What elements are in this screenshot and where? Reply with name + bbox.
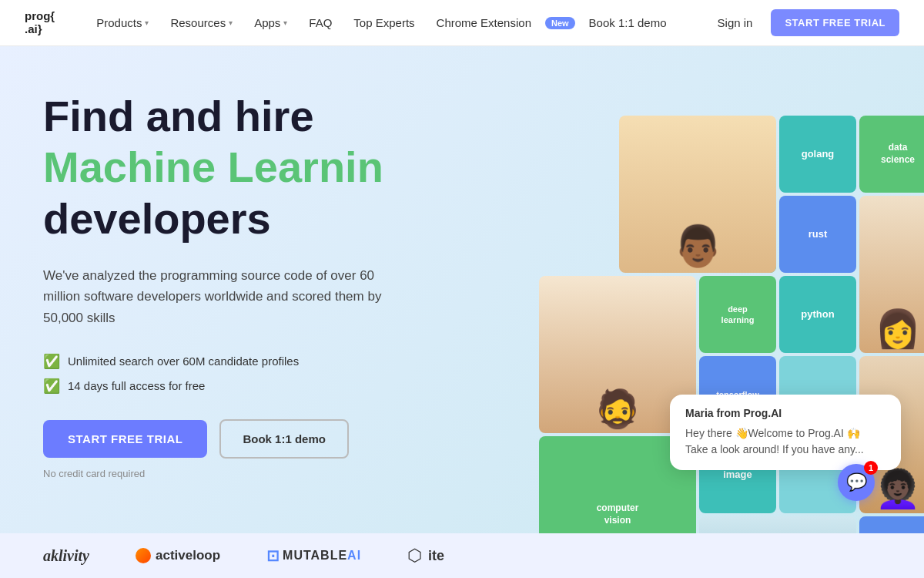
nav-right: Sign in START FREE TRIAL <box>708 9 899 36</box>
main-section: Find and hire Machine Learnin developers… <box>0 46 924 578</box>
check-label-1: Unlimited search over 60M candidate prof… <box>68 355 299 368</box>
nav-top-experts[interactable]: Top Experts <box>346 12 422 34</box>
tile-data-science: datascience <box>859 116 924 193</box>
tile-golang: golang <box>779 116 856 193</box>
nav-links: Products ▾ Resources ▾ Apps ▾ FAQ Top Ex… <box>89 12 674 34</box>
nav-apps[interactable]: Apps ▾ <box>246 12 295 34</box>
start-trial-button[interactable]: START FREE TRIAL <box>43 420 207 458</box>
chat-notification-badge: 1 <box>864 461 878 475</box>
chat-widget: Maria from Prog.AI Hey there 👋Welcome to… <box>670 395 901 470</box>
apps-chevron-icon: ▾ <box>283 18 287 27</box>
new-badge: New <box>545 17 575 29</box>
tile-rust: rust <box>779 196 856 273</box>
check-item-1: ✅ Unlimited search over 60M candidate pr… <box>43 353 400 370</box>
chat-from: Maria from Prog.AI <box>685 407 886 419</box>
chat-toggle-button[interactable]: 💬 1 <box>838 464 875 501</box>
hero-left: Find and hire Machine Learnin developers… <box>0 46 431 578</box>
tile-deep-learning: deeplearning <box>699 276 776 353</box>
book-demo-label: Book 1:1 demo <box>589 16 667 29</box>
logo-text: prog{ .ai} <box>25 10 55 35</box>
no-credit-text: No credit card required <box>43 468 400 479</box>
top-experts-label: Top Experts <box>353 16 414 29</box>
tile-python: python <box>779 276 856 353</box>
chrome-ext-label: Chrome Extension <box>437 16 531 29</box>
hero-checks: ✅ Unlimited search over 60M candidate pr… <box>43 353 400 395</box>
hero-title-line3: developers <box>43 193 400 244</box>
resources-chevron-icon: ▾ <box>229 18 233 27</box>
sign-in-button[interactable]: Sign in <box>708 12 762 34</box>
start-trial-nav-button[interactable]: START FREE TRIAL <box>771 9 899 36</box>
book-demo-button[interactable]: Book 1:1 demo <box>219 419 349 459</box>
check-icon-1: ✅ <box>43 353 60 370</box>
resources-label: Resources <box>170 16 226 29</box>
chat-message: Hey there 👋Welcome to Prog.AI 🙌Take a lo… <box>685 425 886 458</box>
hero-buttons: START FREE TRIAL Book 1:1 demo <box>43 419 400 459</box>
nav-products[interactable]: Products ▾ <box>89 12 156 34</box>
logo[interactable]: prog{ .ai} <box>25 10 55 35</box>
apps-label: Apps <box>254 16 280 29</box>
check-item-2: ✅ 14 days full access for free <box>43 378 400 395</box>
tile-empty-1 <box>539 116 616 193</box>
tile-person-2 <box>859 196 924 353</box>
nav-faq[interactable]: FAQ <box>301 12 340 34</box>
nav-resources[interactable]: Resources ▾ <box>162 12 240 34</box>
nav-chrome-ext[interactable]: Chrome Extension <box>429 12 539 34</box>
products-chevron-icon: ▾ <box>145 18 149 27</box>
nav-book-demo[interactable]: Book 1:1 demo <box>581 12 675 34</box>
hero-title-line1: Find and hire <box>43 92 400 140</box>
navbar: prog{ .ai} Products ▾ Resources ▾ Apps ▾… <box>0 0 924 46</box>
hero-title-line2: Machine Learnin <box>43 143 400 191</box>
check-icon-2: ✅ <box>43 378 60 395</box>
faq-label: FAQ <box>309 16 332 29</box>
check-label-2: 14 days full access for free <box>68 379 205 392</box>
products-label: Products <box>96 16 142 29</box>
hero-description: We've analyzed the programming source co… <box>43 265 397 328</box>
tile-person-1 <box>619 116 776 273</box>
